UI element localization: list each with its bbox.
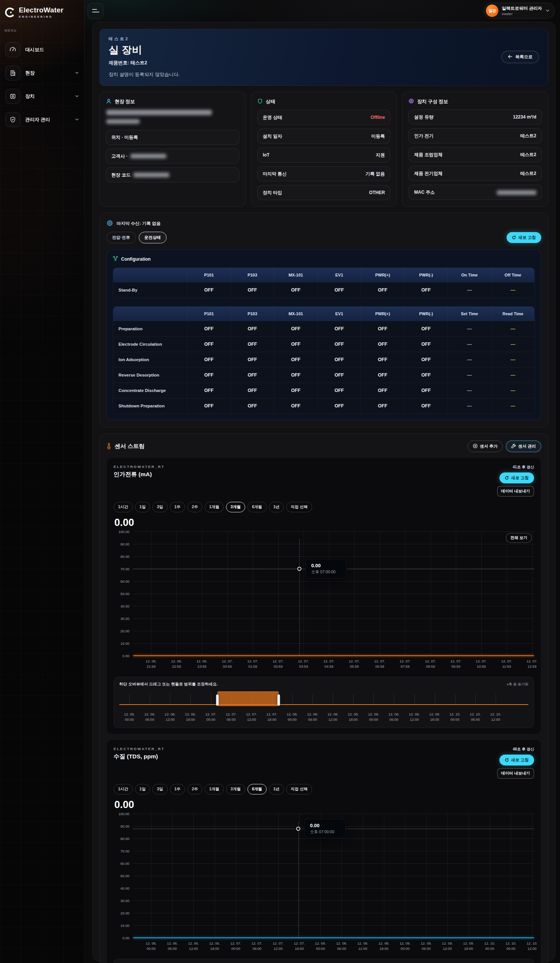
range-pill[interactable]: 3개월 xyxy=(226,502,245,512)
refresh-icon xyxy=(505,476,509,480)
manage-sensors-button[interactable]: 센서 관리 xyxy=(506,441,541,452)
cell-value: OFF xyxy=(361,282,404,298)
range-pill[interactable]: 2주 xyxy=(187,784,202,794)
column-header: Set Time xyxy=(448,306,491,321)
gridline-vertical xyxy=(507,532,507,656)
back-to-list-button[interactable]: 목록으로 xyxy=(501,51,539,63)
row-name: Reverse Desorption xyxy=(113,368,187,383)
range-pill[interactable]: 1개월 xyxy=(205,502,224,512)
x-axis-label: 12. 10.00:00 xyxy=(484,941,495,952)
row-value: 기록 없음 xyxy=(366,171,385,177)
x-label-time: 02:59 xyxy=(273,664,283,669)
brush-handle-left[interactable] xyxy=(216,694,219,706)
range-pill[interactable]: 1일 xyxy=(135,502,150,512)
x-axis-label: 12. 09.18:00 xyxy=(463,941,474,952)
range-pill[interactable]: 1일 xyxy=(135,784,150,794)
full-view-button[interactable]: 전체 보기 xyxy=(506,533,532,543)
brush-track[interactable] xyxy=(119,689,528,711)
gridline-horizontal xyxy=(133,544,534,544)
gridline-horizontal xyxy=(133,532,534,532)
x-axis-label: 12. 06.23:59 xyxy=(196,659,207,670)
brush-selection[interactable] xyxy=(217,691,279,706)
export-data-button[interactable]: 데이터 내보내기 xyxy=(497,486,534,496)
sensor-chart-panel: ELECTROWATER_RT인가전류 (mA)41초 후 갱신새로 고침데이터… xyxy=(107,457,541,734)
range-pill[interactable]: 1년 xyxy=(269,502,284,512)
brush-gridline xyxy=(394,694,394,705)
site-info-row: 위치 · 미등록 xyxy=(106,130,239,145)
sidebar-item-dashboard[interactable]: 대시보드 xyxy=(5,42,79,57)
page-title: 실 장비 xyxy=(109,43,180,57)
range-pill[interactable]: 직접 선택 xyxy=(286,502,312,512)
x-label-time: 12:00 xyxy=(442,946,453,951)
x-label-time: 01:59 xyxy=(247,664,258,669)
controller-tab[interactable]: 운전상태 xyxy=(139,232,167,243)
row-label: 인가 전기 xyxy=(414,133,433,139)
brush-handle-right[interactable] xyxy=(278,694,280,706)
brush-axis-label: 12. 09.00:00 xyxy=(368,712,379,723)
x-label-time: 03:59 xyxy=(298,664,309,669)
cell-value: — xyxy=(491,352,534,367)
controller-refresh-button[interactable]: 새로 고침 xyxy=(507,232,541,243)
row-value: 지원 xyxy=(376,152,385,158)
range-pill[interactable]: 1개월 xyxy=(205,784,224,794)
controller-tab[interactable]: 전압·전류 xyxy=(107,232,136,243)
cell-value: — xyxy=(491,398,534,413)
range-pill[interactable]: 1주 xyxy=(170,784,185,794)
table-row: Stand-ByOFFOFFOFFOFFOFFOFF—— xyxy=(113,282,534,298)
range-pill[interactable]: 6개월 xyxy=(248,502,267,512)
y-axis-label: 90.00 xyxy=(120,824,129,828)
add-sensor-button[interactable]: 센서 추가 xyxy=(468,441,503,452)
standby-table: P101P103MX-101EV1PWR(+)PWR(-)On TimeOff … xyxy=(113,268,535,298)
row-value: 테스트2 xyxy=(520,133,536,139)
shield-outline-icon xyxy=(257,98,263,105)
row-label: MAC 주소 xyxy=(414,189,435,196)
chart-title: 인가전류 (mA) xyxy=(113,470,165,478)
export-data-button[interactable]: 데이터 내보내기 xyxy=(497,768,534,779)
cell-value: OFF xyxy=(404,352,448,367)
column-header: P101 xyxy=(187,306,230,321)
device-description: 장치 설명이 등록되지 않았습니다. xyxy=(109,71,180,78)
sidebar-item-sites[interactable]: 현장 xyxy=(5,65,79,81)
cell-value: — xyxy=(448,337,491,352)
hover-marker xyxy=(296,827,301,831)
redacted-value xyxy=(131,154,166,158)
x-label-time: 21:59 xyxy=(146,664,157,669)
section-title: 센서 스트림 xyxy=(115,443,144,450)
column-header: PWR(-) xyxy=(404,306,448,321)
chart-refresh-button[interactable]: 새로 고침 xyxy=(499,472,534,483)
brush-gridline xyxy=(496,694,496,705)
sidebar-toggle-button[interactable] xyxy=(87,3,104,19)
range-pill[interactable]: 3일 xyxy=(152,502,167,512)
range-pill[interactable]: 1시간 xyxy=(113,502,133,512)
range-pill[interactable]: 3개월 xyxy=(226,784,245,794)
x-axis-label: 12. 06.06:00 xyxy=(167,941,178,952)
x-label-time: 06:00 xyxy=(252,946,262,951)
x-label-date: 12. 07. xyxy=(400,659,411,664)
x-label-time: 00:00 xyxy=(315,946,326,951)
cell-value: — xyxy=(491,282,534,298)
range-pill[interactable]: 직접 선택 xyxy=(286,784,312,794)
range-pill[interactable]: 2주 xyxy=(187,502,202,512)
brand-logo[interactable]: ElectroWater ENGINEERING xyxy=(0,0,84,23)
x-label-date: 12. 09. xyxy=(463,941,474,946)
sidebar-item-admin[interactable]: 관리자 관리 xyxy=(5,112,79,127)
row-value: 테스트2 xyxy=(520,170,536,177)
cell-value: OFF xyxy=(317,282,361,298)
range-pill[interactable]: 1시간 xyxy=(113,784,133,794)
y-axis-label: 60.00 xyxy=(120,579,129,584)
range-pill[interactable]: 3일 xyxy=(152,784,167,794)
x-label-date: 12. 08. xyxy=(348,712,359,717)
chart-refresh-button[interactable]: 새로 고침 xyxy=(499,755,534,765)
cell-value: OFF xyxy=(361,368,404,383)
range-pill[interactable]: 6개월 xyxy=(248,784,267,794)
range-pill[interactable]: 1년 xyxy=(269,784,284,794)
x-label-time: 06:00 xyxy=(388,717,400,722)
sidebar-item-devices[interactable]: 장치 xyxy=(5,89,79,104)
user-menu[interactable]: 일관 일렉트로워터 관리자 ewater xyxy=(484,3,555,19)
gridline-vertical xyxy=(304,532,304,656)
x-axis-label: 12. 07.06:00 xyxy=(252,941,262,952)
x-axis-label: 12. 07.00:59 xyxy=(222,659,233,670)
x-label-date: 12. 07. xyxy=(252,941,262,946)
range-pill[interactable]: 1주 xyxy=(170,502,185,512)
site-info-row: 현장 코드 xyxy=(106,167,239,182)
